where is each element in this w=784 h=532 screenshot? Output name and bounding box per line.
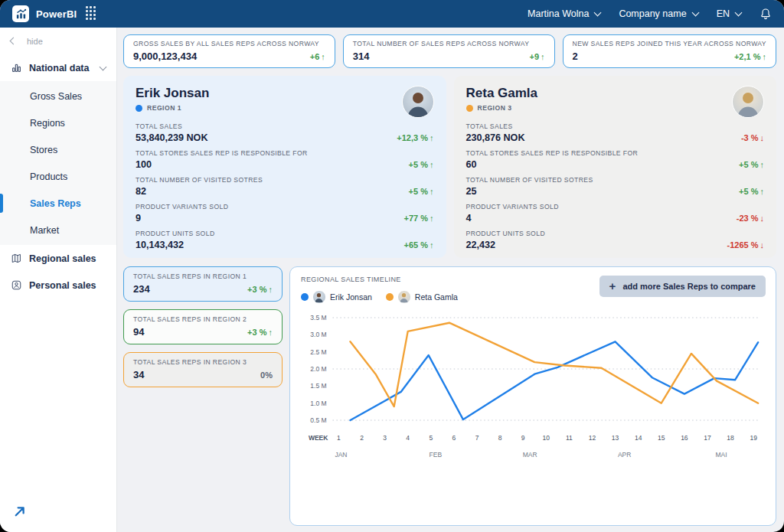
region-delta: +3 %↑ xyxy=(247,285,273,294)
main-content: GROSS SALES BY ALL SALES REPS ACROSS NOR… xyxy=(117,28,784,532)
week-tick-label: 15 xyxy=(658,434,665,442)
app-window: PowerBI Martina Wolna Company name EN xyxy=(0,0,784,532)
company-menu[interactable]: Company name xyxy=(619,8,697,19)
x-axis-label: WEEK xyxy=(309,434,328,442)
stat-delta: -1265 %↓ xyxy=(727,240,764,250)
week-tick-label: 4 xyxy=(406,434,410,442)
avatar xyxy=(402,86,434,118)
region3-total-card: TOTAL SALES REPS IN REGION 3 34 0% xyxy=(123,352,283,387)
regional-sales-label: Regional sales xyxy=(29,253,96,264)
month-label: MAR xyxy=(523,451,537,459)
sidebar-item-sales-reps[interactable]: Sales Reps xyxy=(0,190,116,217)
month-label: APR xyxy=(618,451,631,459)
kpi-card-total-reps: TOTAL NUMBER OF SALES REPS ACROSS NORWAY… xyxy=(343,34,555,68)
arrow-down-icon: ↓ xyxy=(760,214,765,223)
y-tick-label: 1.5 M xyxy=(310,382,326,390)
stat-delta: +77 %↑ xyxy=(404,214,434,223)
language-menu[interactable]: EN xyxy=(717,8,741,19)
sidebar-item-regional-sales[interactable]: Regional sales xyxy=(0,245,116,272)
week-tick-label: 18 xyxy=(727,434,734,442)
y-tick-label: 1.0 M xyxy=(310,400,326,407)
stat-row: TOTAL SALES 230,876 NOK -3 %↓ xyxy=(466,122,765,143)
chevron-left-icon xyxy=(10,38,18,45)
week-tick-label: 2 xyxy=(360,434,364,442)
stat-delta: +5 %↑ xyxy=(739,187,764,196)
week-tick-label: 14 xyxy=(635,434,642,442)
user-name: Martina Wolna xyxy=(528,8,589,19)
sidebar-item-products[interactable]: Products xyxy=(0,163,116,190)
add-sales-reps-button[interactable]: + add more Sales Reps to compare xyxy=(599,276,766,297)
map-icon xyxy=(11,253,22,264)
region-dot-icon xyxy=(136,105,142,112)
week-tick-label: 11 xyxy=(566,434,573,442)
week-tick-label: 8 xyxy=(498,434,502,442)
kpi-delta: +2,1 %↑ xyxy=(734,52,766,61)
arrow-up-icon: ↑ xyxy=(269,328,273,337)
sidebar-collapse-button[interactable]: hide xyxy=(0,28,116,54)
legend-item-reta[interactable]: Reta Gamla xyxy=(386,290,458,304)
legend-item-erik[interactable]: Erik Jonsan xyxy=(301,290,372,304)
avatar xyxy=(312,290,326,304)
company-name: Company name xyxy=(619,8,686,19)
expand-arrow-icon[interactable] xyxy=(12,504,27,521)
arrow-up-icon: ↑ xyxy=(430,160,434,169)
notifications-bell-icon[interactable] xyxy=(760,8,772,20)
week-tick-label: 13 xyxy=(612,434,619,442)
kpi-card-new-reps: NEW SALES REPS JOINED THIS YEAR ACROSS N… xyxy=(563,34,776,68)
region2-total-card: TOTAL SALES REPS IN REGION 2 94 +3 %↑ xyxy=(123,309,283,344)
arrow-up-icon: ↑ xyxy=(321,52,325,61)
week-tick-label: 1 xyxy=(337,434,341,442)
avatar xyxy=(397,290,411,304)
bar-chart-icon xyxy=(11,62,22,73)
arrow-up-icon: ↑ xyxy=(430,133,434,142)
sidebar-item-stores[interactable]: Stores xyxy=(0,136,116,163)
sidebar-item-market[interactable]: Market xyxy=(0,217,116,243)
y-tick-label: 2.0 M xyxy=(310,365,326,373)
waffle-menu-icon[interactable] xyxy=(86,6,97,21)
plus-icon: + xyxy=(609,282,616,290)
stat-delta: -23 %↓ xyxy=(737,214,764,223)
stat-row: PRODUCT UNITS SOLD 10,143,432 +65 %↑ xyxy=(136,230,434,250)
kpi-value: 314 xyxy=(353,51,370,62)
stat-delta: +65 %↑ xyxy=(404,240,434,250)
chevron-down-icon xyxy=(594,8,602,16)
sidebar-item-regions[interactable]: Regions xyxy=(0,109,116,136)
arrow-up-icon: ↑ xyxy=(760,187,765,196)
week-tick-label: 19 xyxy=(750,434,757,442)
personal-sales-label: Personal sales xyxy=(29,280,96,291)
kpi-delta: +6↑ xyxy=(310,52,325,61)
region-delta: +3 %↑ xyxy=(247,328,273,337)
arrow-up-icon: ↑ xyxy=(269,285,273,294)
region1-total-card: TOTAL SALES REPS IN REGION 1 234 +3 %↑ xyxy=(123,266,283,302)
week-tick-label: 9 xyxy=(521,434,525,442)
avatar xyxy=(732,86,764,118)
sidebar-item-gross-sales[interactable]: Gross Sales xyxy=(0,83,116,109)
arrow-down-icon: ↓ xyxy=(760,240,765,250)
y-tick-label: 3.5 M xyxy=(310,314,326,321)
arrow-up-icon: ↑ xyxy=(541,52,545,61)
series-dot-icon xyxy=(386,293,394,301)
stat-row: TOTAL NUMBER OF VISITED SOTRES 82 +5 %↑ xyxy=(136,176,434,197)
active-indicator xyxy=(0,194,3,213)
kpi-label: GROSS SALES BY ALL SALES REPS ACROSS NOR… xyxy=(133,40,325,47)
chevron-down-icon xyxy=(100,63,107,70)
rep-name: Erik Jonsan xyxy=(136,86,434,101)
user-menu[interactable]: Martina Wolna xyxy=(528,8,600,19)
stat-delta: +5 %↑ xyxy=(409,187,434,196)
arrow-up-icon: ↑ xyxy=(760,160,765,169)
kpi-card-gross-sales: GROSS SALES BY ALL SALES REPS ACROSS NOR… xyxy=(123,34,335,68)
stat-row: TOTAL SALES 53,840,239 NOK +12,3 %↑ xyxy=(136,122,434,143)
month-label: FEB xyxy=(430,451,443,459)
kpi-value: 9,000,123,434 xyxy=(133,51,197,62)
arrow-up-icon: ↑ xyxy=(430,187,434,196)
rep-card-reta-gamla: Reta Gamla REGION 3 TOTAL SALES 230,876 … xyxy=(454,76,777,258)
national-data-submenu: Gross Sales Regions Stores Products Sale… xyxy=(0,81,116,245)
y-tick-label: 3.0 M xyxy=(310,331,326,338)
sidebar-item-national-data[interactable]: National data xyxy=(0,54,116,81)
series-dot-icon xyxy=(301,293,309,301)
national-data-label: National data xyxy=(29,63,90,73)
rep-region-badge: REGION 3 xyxy=(466,104,765,112)
top-navbar: PowerBI Martina Wolna Company name EN xyxy=(0,0,784,28)
series-line xyxy=(350,341,758,420)
sidebar-item-personal-sales[interactable]: Personal sales xyxy=(0,272,116,299)
